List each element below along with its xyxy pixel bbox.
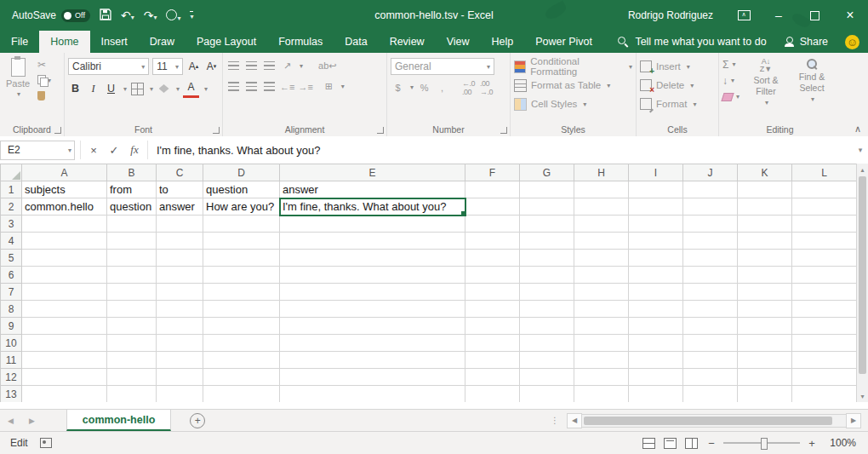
cell-K4[interactable] [738, 233, 792, 250]
page-break-view-icon[interactable] [685, 438, 698, 449]
horizontal-scroll-thumb[interactable] [584, 417, 832, 425]
cell-I7[interactable] [629, 284, 683, 301]
clipboard-dialog-launcher[interactable] [54, 127, 61, 134]
font-color-dropdown-arrow[interactable]: ▾ [204, 85, 208, 93]
cell-D8[interactable] [203, 301, 280, 318]
cell-C6[interactable] [157, 267, 203, 284]
sort-filter-button[interactable]: A↓Z▼ Sort & Filter ▾ [746, 56, 785, 123]
cell-G13[interactable] [520, 386, 574, 403]
cell-A10[interactable] [22, 335, 107, 352]
cell-B6[interactable] [107, 267, 157, 284]
zoom-slider[interactable] [723, 442, 800, 444]
cell-B9[interactable] [107, 318, 157, 335]
cell-H12[interactable] [574, 369, 629, 386]
cell-B7[interactable] [107, 284, 157, 301]
insert-cells-button[interactable]: Insert ▾ [640, 58, 715, 75]
cell-C10[interactable] [157, 335, 203, 352]
paste-button[interactable]: Paste ▾ [3, 56, 32, 123]
cell-K2[interactable] [738, 198, 792, 216]
zoom-out-icon[interactable]: − [706, 437, 717, 450]
number-format-combo[interactable]: General▾ [391, 58, 494, 75]
cell-C1[interactable]: to [157, 181, 203, 198]
cell-A2[interactable]: common.hello [22, 198, 107, 216]
collapse-ribbon-icon[interactable]: ∧ [854, 124, 861, 135]
cell-G12[interactable] [520, 369, 574, 386]
cell-L12[interactable] [792, 369, 857, 386]
cell-B12[interactable] [107, 369, 157, 386]
align-middle-icon[interactable] [244, 58, 259, 74]
row-header-8[interactable]: 8 [1, 301, 22, 318]
font-dialog-launcher[interactable] [213, 127, 220, 134]
italic-button[interactable]: I [86, 81, 100, 97]
cell-I3[interactable] [629, 216, 683, 233]
cell-C5[interactable] [157, 250, 203, 267]
column-header-J[interactable]: J [683, 164, 738, 181]
macro-record-icon[interactable] [40, 438, 52, 448]
align-top-icon[interactable] [226, 58, 241, 74]
align-bottom-icon[interactable] [262, 58, 277, 74]
cell-K8[interactable] [738, 301, 792, 318]
column-header-I[interactable]: I [629, 164, 683, 181]
increase-decimal-icon[interactable]: ←.0.00 [461, 79, 476, 95]
close-button[interactable]: × [832, 0, 868, 31]
cell-J5[interactable] [683, 250, 738, 267]
row-header-6[interactable]: 6 [1, 267, 22, 284]
borders-dropdown-arrow[interactable]: ▾ [150, 85, 153, 93]
ribbon-tab-insert[interactable]: Insert [90, 31, 139, 53]
fill-color-dropdown-arrow[interactable]: ▾ [176, 85, 180, 93]
orientation-dropdown-arrow[interactable]: ▾ [300, 62, 303, 70]
cell-C12[interactable] [157, 369, 203, 386]
cell-E5[interactable] [280, 250, 465, 267]
cell-J4[interactable] [683, 233, 738, 250]
find-select-button[interactable]: Find & Select ▾ [792, 56, 831, 123]
cell-G8[interactable] [520, 301, 574, 318]
cell-I2[interactable] [629, 198, 683, 216]
autosave-toggle[interactable]: AutoSave Off [12, 9, 90, 22]
cell-A7[interactable] [22, 284, 107, 301]
touch-mode-dropdown-arrow[interactable]: ▾ [177, 14, 180, 22]
font-name-combo[interactable]: Calibri▾ [68, 58, 149, 75]
cell-E6[interactable] [280, 267, 465, 284]
column-header-F[interactable]: F [465, 164, 520, 181]
cell-J13[interactable] [683, 386, 738, 403]
format-painter-icon[interactable] [37, 89, 51, 101]
cell-D3[interactable] [203, 216, 280, 233]
cell-E4[interactable] [280, 233, 465, 250]
conditional-formatting-button[interactable]: Conditional Formatting ▾ [514, 58, 632, 75]
cell-L1[interactable] [792, 181, 857, 198]
cell-G2[interactable] [520, 198, 574, 216]
cell-B2[interactable]: question [107, 198, 157, 216]
cell-J9[interactable] [683, 318, 738, 335]
cell-I13[interactable] [629, 386, 683, 403]
cell-C4[interactable] [157, 233, 203, 250]
format-as-table-button[interactable]: Format as Table ▾ [514, 77, 632, 94]
cell-C8[interactable] [157, 301, 203, 318]
cell-F12[interactable] [465, 369, 520, 386]
ribbon-tab-view[interactable]: View [436, 31, 481, 53]
cell-D7[interactable] [203, 284, 280, 301]
cell-I9[interactable] [629, 318, 683, 335]
page-layout-view-icon[interactable] [664, 438, 677, 449]
wrap-text-icon[interactable]: ab↩ [318, 58, 336, 74]
column-header-D[interactable]: D [203, 164, 280, 181]
name-box[interactable]: E2 ▾ [0, 141, 75, 160]
cell-J6[interactable] [683, 267, 738, 284]
cell-E9[interactable] [280, 318, 465, 335]
feedback-smiley-icon[interactable]: ☺ [845, 35, 859, 49]
formula-input[interactable]: I'm fine, thanks. What about you? [147, 141, 853, 159]
bold-button[interactable]: B [68, 81, 83, 97]
cell-H8[interactable] [574, 301, 629, 318]
cell-H13[interactable] [574, 386, 629, 403]
cell-H7[interactable] [574, 284, 629, 301]
cancel-icon[interactable]: × [84, 141, 103, 159]
column-header-E[interactable]: E [280, 164, 465, 181]
cell-J3[interactable] [683, 216, 738, 233]
cell-B11[interactable] [107, 352, 157, 369]
row-header-11[interactable]: 11 [1, 352, 22, 369]
touch-mode-icon[interactable]: ▾ [166, 9, 180, 22]
accounting-dropdown-arrow[interactable]: ▾ [410, 83, 414, 91]
cell-K9[interactable] [738, 318, 792, 335]
horizontal-scrollbar[interactable] [582, 414, 846, 428]
number-dialog-launcher[interactable] [500, 127, 507, 134]
cell-D6[interactable] [203, 267, 280, 284]
